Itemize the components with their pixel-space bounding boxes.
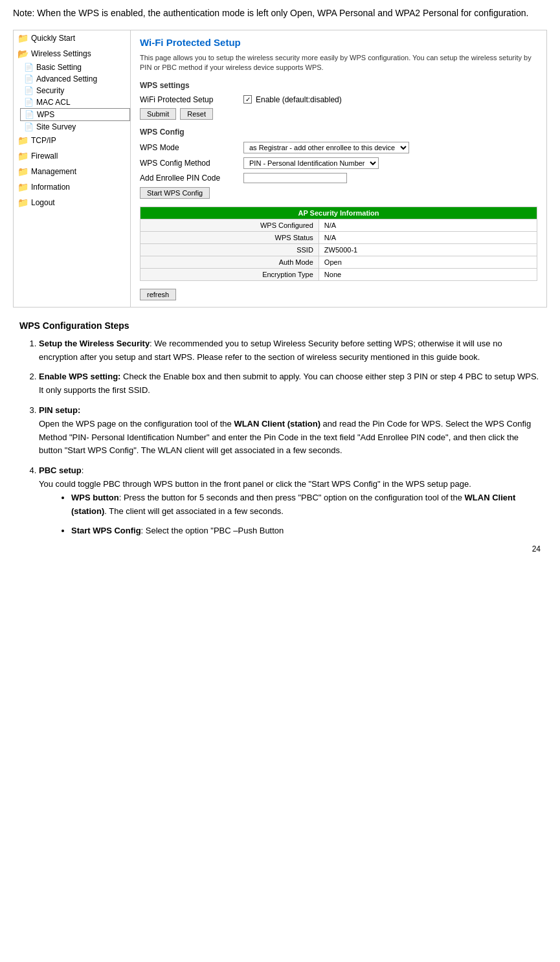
sidebar-item-mac-acl[interactable]: 📄 MAC ACL — [20, 96, 130, 108]
wps-mode-label: WPS Mode — [140, 143, 243, 152]
doc-icon: 📄 — [24, 98, 34, 107]
sidebar-item-firewall[interactable]: 📁 Firewall — [14, 148, 130, 164]
reset-button[interactable]: Reset — [180, 108, 213, 120]
step-4: PBC setup:You could toggle PBC through W… — [39, 464, 541, 538]
folder-icon: 📁 — [17, 166, 28, 177]
step-3-bold: PIN setup: — [39, 405, 80, 415]
doc-icon: 📄 — [24, 74, 34, 84]
doc-icon: 📄 — [25, 110, 34, 119]
folder-icon: 📁 — [17, 151, 28, 161]
doc-icon: 📄 — [24, 63, 34, 72]
ap-security-table: AP Security Information WPS ConfiguredN/… — [140, 207, 537, 281]
ap-row-label: SSID — [140, 243, 319, 256]
wifi-protected-setup-row: WiFi Protected Setup ✓ Enable (default:d… — [140, 95, 537, 104]
wps-mode-row: WPS Mode as Registrar - add other enroll… — [140, 142, 537, 153]
folder-icon: 📂 — [17, 49, 28, 59]
start-wps-button[interactable]: Start WPS Config — [140, 187, 210, 199]
enable-label: Enable (default:disabled) — [256, 95, 342, 104]
sidebar-item-basic-setting[interactable]: 📄 Basic Setting — [20, 62, 130, 73]
ap-table-row: Encryption TypeNone — [140, 268, 537, 280]
enable-checkbox[interactable]: ✓ — [243, 95, 252, 104]
steps-title: WPS Configuration Steps — [19, 320, 541, 331]
sidebar-item-wireless-settings[interactable]: 📂 Wireless Settings — [14, 46, 130, 62]
sidebar-item-information[interactable]: 📁 Information — [14, 179, 130, 195]
note-section: Note: When the WPS is enabled, the authe… — [13, 6, 547, 20]
submit-reset-buttons: Submit Reset — [140, 108, 537, 120]
step-1: Setup the Wireless Security: We recommen… — [39, 337, 541, 364]
ap-security-header: AP Security Information — [140, 207, 537, 219]
ap-row-label: WPS Configured — [140, 219, 319, 231]
folder-icon: 📁 — [17, 197, 28, 208]
refresh-button[interactable]: refresh — [140, 289, 176, 300]
sidebar-item-management[interactable]: 📁 Management — [14, 164, 130, 179]
wps-config-label: WPS Config — [140, 128, 537, 137]
step-4-text: :You could toggle PBC through WPS button… — [39, 465, 471, 489]
doc-icon: 📄 — [24, 86, 34, 95]
enable-checkbox-row: ✓ Enable (default:disabled) — [243, 95, 342, 104]
add-enrollee-row: Add Enrollee PIN Code — [140, 173, 537, 183]
ap-table-row: WPS StatusN/A — [140, 231, 537, 243]
step-4-bold: PBC setup — [39, 465, 82, 475]
page-number: 24 — [13, 544, 547, 554]
sidebar-item-wps[interactable]: 📄 WPS — [20, 108, 130, 121]
ap-table-row: Auth ModeOpen — [140, 256, 537, 268]
add-enrollee-input[interactable] — [243, 173, 347, 183]
ap-row-label: Auth Mode — [140, 256, 319, 268]
ap-row-value: Open — [319, 256, 537, 268]
bullet-start-wps: Start WPS Config: Select the option "PBC… — [71, 524, 541, 538]
wps-config-method-dropdown[interactable]: PIN - Personal Identification Number — [243, 157, 379, 169]
submit-button[interactable]: Submit — [140, 108, 176, 120]
folder-icon: 📁 — [17, 182, 28, 192]
sidebar-item-tcp-ip[interactable]: 📁 TCP/IP — [14, 133, 130, 148]
folder-icon: 📁 — [17, 33, 28, 43]
ap-row-value: ZW5000-1 — [319, 243, 537, 256]
step-3-text: Open the WPS page on the configuration t… — [39, 419, 531, 456]
page-description: This page allows you to setup the wirele… — [140, 53, 537, 73]
sidebar: 📁 Quickly Start 📂 Wireless Settings 📄 Ba… — [13, 30, 131, 308]
wps-settings-label: WPS settings — [140, 81, 537, 90]
note-text: Note: When the WPS is enabled, the authe… — [13, 6, 547, 20]
step-2-bold: Enable WPS setting: — [39, 372, 120, 381]
add-enrollee-label: Add Enrollee PIN Code — [140, 173, 243, 183]
ap-row-value: N/A — [319, 231, 537, 243]
wps-mode-dropdown[interactable]: as Registrar - add other enrollee to thi… — [243, 142, 409, 153]
wps-config-method-label: WPS Config Method — [140, 159, 243, 168]
ap-table-row: SSIDZW5000-1 — [140, 243, 537, 256]
start-wps-button-group: Start WPS Config — [140, 187, 537, 199]
wps-config-section: WPS Config WPS Mode as Registrar - add o… — [140, 128, 537, 199]
main-layout: 📁 Quickly Start 📂 Wireless Settings 📄 Ba… — [13, 30, 547, 308]
wifi-protected-setup-label: WiFi Protected Setup — [140, 95, 243, 104]
steps-section: WPS Configuration Steps Setup the Wirele… — [13, 320, 547, 538]
step-1-bold: Setup the Wireless Security — [39, 339, 150, 348]
steps-list: Setup the Wireless Security: We recommen… — [39, 337, 541, 538]
folder-icon: 📁 — [17, 135, 28, 146]
pbc-bullets: WPS button: Press the button for 5 secon… — [71, 491, 541, 538]
sidebar-item-advanced-setting[interactable]: 📄 Advanced Setting — [20, 73, 130, 85]
wps-config-method-row: WPS Config Method PIN - Personal Identif… — [140, 157, 537, 169]
step-2: Enable WPS setting: Check the Enable box… — [39, 370, 541, 397]
ap-row-value: None — [319, 268, 537, 280]
sidebar-item-quickly-start[interactable]: 📁 Quickly Start — [14, 30, 130, 46]
page-title: Wi-Fi Protected Setup — [140, 37, 537, 48]
ap-table-row: WPS ConfiguredN/A — [140, 219, 537, 231]
doc-icon: 📄 — [24, 122, 34, 131]
content-area: Wi-Fi Protected Setup This page allows y… — [131, 30, 547, 308]
sidebar-item-security[interactable]: 📄 Security — [20, 85, 130, 96]
ap-row-label: WPS Status — [140, 231, 319, 243]
step-3: PIN setup: Open the WPS page on the conf… — [39, 404, 541, 458]
sidebar-item-logout[interactable]: 📁 Logout — [14, 195, 130, 210]
sidebar-item-site-survey[interactable]: 📄 Site Survey — [20, 121, 130, 133]
ap-row-value: N/A — [319, 219, 537, 231]
sidebar-wireless-children: 📄 Basic Setting 📄 Advanced Setting 📄 Sec… — [14, 62, 130, 133]
bullet-wps-button: WPS button: Press the button for 5 secon… — [71, 491, 541, 519]
ap-row-label: Encryption Type — [140, 268, 319, 280]
